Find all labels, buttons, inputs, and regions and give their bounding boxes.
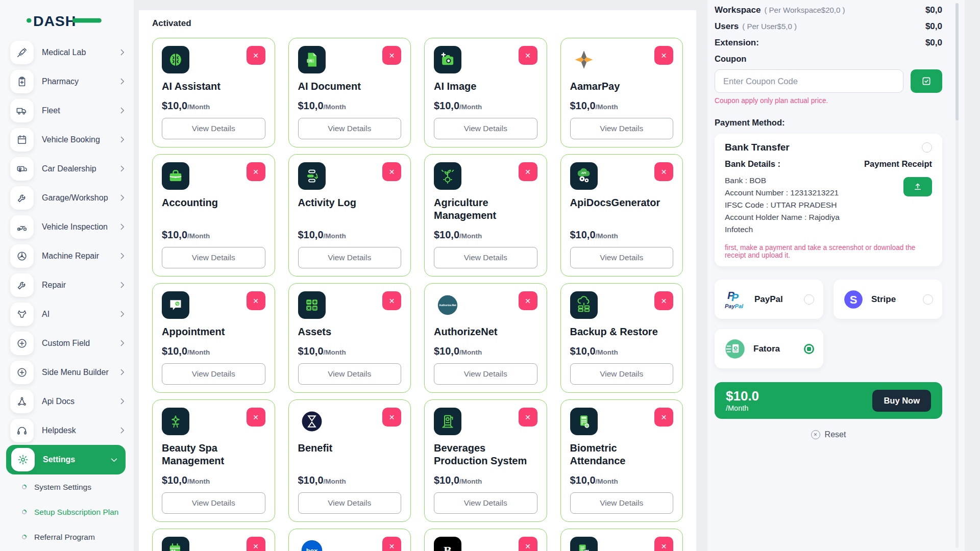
right-panel-scrollbar[interactable]	[955, 3, 959, 548]
payment-method-label: Fatora	[753, 344, 780, 354]
price-amount: $10,0	[434, 100, 459, 111]
payment-method-stripe[interactable]: SStripe	[834, 280, 942, 319]
addon-price: $10,0/Month	[298, 467, 402, 486]
svg-text:box: box	[306, 547, 317, 551]
price-amount: $10,0	[298, 229, 324, 240]
payment-method-paypal[interactable]: PPPayPalPayPal	[715, 280, 823, 319]
sidebar-subnav: System SettingsSetup Subscription PlanRe…	[0, 474, 134, 551]
sidebar-item-vehicle-booking[interactable]: Vehicle Booking	[0, 125, 134, 154]
addon-title: Beauty Spa Management	[162, 442, 265, 467]
sidebar-item-custom-field[interactable]: Custom Field	[0, 329, 134, 358]
sidebar-subitem-system-settings[interactable]: System Settings	[0, 474, 134, 499]
view-details-button[interactable]: View Details	[162, 363, 265, 385]
sidebar-item-fleet[interactable]: Fleet	[0, 96, 134, 125]
sidebar-item-ai[interactable]: AI	[0, 299, 134, 329]
remove-addon-button[interactable]: ✕	[519, 162, 537, 181]
price-amount: $10,0	[298, 345, 324, 357]
view-details-button[interactable]: View Details	[162, 247, 265, 268]
sidebar-item-side-menu-builder[interactable]: Side Menu Builder	[0, 358, 134, 387]
sidebar-item-helpdesk[interactable]: Helpdesk	[0, 416, 134, 445]
addon-title: Appointment	[162, 325, 265, 338]
addon-price: $10,0/Month	[434, 338, 537, 357]
payment-method-radio[interactable]	[923, 294, 933, 305]
remove-addon-button[interactable]: ✕	[654, 408, 673, 427]
addon-card-agriculture-management: ✕Agriculture Management$10,0/MonthView D…	[424, 154, 547, 277]
view-details-button[interactable]: View Details	[298, 363, 402, 385]
plus-circle-icon	[10, 332, 34, 355]
remove-addon-button[interactable]: ✕	[247, 46, 265, 65]
summary-label: Users	[715, 21, 739, 32]
bank-transfer-radio[interactable]	[922, 142, 932, 153]
payment-method-radio[interactable]	[804, 294, 814, 305]
sidebar-item-repair[interactable]: Repair	[0, 270, 134, 299]
remove-addon-button[interactable]: ✕	[382, 408, 401, 427]
addon-title: Benefit	[298, 442, 402, 455]
view-details-button[interactable]: View Details	[570, 118, 674, 139]
remove-addon-button[interactable]: ✕	[382, 46, 401, 65]
price-amount: $10,0	[570, 345, 596, 357]
payment-method-radio[interactable]	[804, 344, 814, 354]
view-details-button[interactable]: View Details	[162, 118, 265, 139]
coupon-row	[715, 69, 942, 93]
remove-addon-button[interactable]: ✕	[247, 162, 265, 181]
upload-receipt-button[interactable]	[903, 177, 932, 196]
view-details-button[interactable]: View Details	[570, 363, 674, 385]
view-details-button[interactable]: View Details	[162, 492, 265, 514]
sidebar-item-api-docs[interactable]: Api Docs	[0, 387, 134, 416]
view-details-button[interactable]: View Details	[570, 247, 674, 268]
sidebar-item-car-dealership[interactable]: Car Dealership	[0, 154, 134, 183]
view-details-button[interactable]: View Details	[434, 363, 537, 385]
remove-addon-button[interactable]: ✕	[247, 408, 265, 427]
coupon-input[interactable]	[715, 69, 903, 93]
progress-bullet-icon	[21, 509, 27, 515]
sidebar-item-label: Api Docs	[42, 397, 110, 406]
clipboard-plus-icon	[10, 70, 34, 93]
remove-addon-button[interactable]: ✕	[247, 291, 265, 310]
buy-now-button[interactable]: Buy Now	[872, 390, 931, 412]
remove-addon-button[interactable]: ✕	[382, 162, 401, 181]
bank-transfer-card: Bank Transfer Bank Details : Bank : BOBA…	[715, 134, 942, 266]
wrench-icon	[10, 273, 34, 297]
view-details-button[interactable]: View Details	[434, 247, 537, 268]
remove-addon-button[interactable]: ✕	[382, 537, 401, 551]
addon-price: $10,0/Month	[570, 338, 674, 357]
remove-addon-button[interactable]: ✕	[654, 537, 673, 551]
view-details-button[interactable]: View Details	[434, 118, 537, 139]
api-nodes-icon	[10, 390, 34, 413]
view-details-button[interactable]: View Details	[570, 492, 674, 514]
remove-addon-button[interactable]: ✕	[382, 291, 401, 310]
sidebar-item-pharmacy[interactable]: Pharmacy	[0, 67, 134, 96]
view-details-button[interactable]: View Details	[298, 492, 402, 514]
sidebar-item-label: Vehicle Inspection	[42, 222, 110, 232]
view-details-button[interactable]: View Details	[434, 492, 537, 514]
sidebar-item-label: Custom Field	[42, 339, 110, 348]
sidebar-item-settings[interactable]: Settings	[6, 445, 126, 474]
remove-addon-button[interactable]: ✕	[654, 162, 673, 181]
letter-b-icon: B	[434, 537, 461, 551]
apply-coupon-button[interactable]	[911, 69, 942, 93]
payment-method-fatora[interactable]: $Fatora	[715, 329, 823, 368]
calendar-clock-icon	[162, 537, 189, 551]
remove-addon-button[interactable]: ✕	[519, 408, 537, 427]
sidebar-item-garage-workshop[interactable]: Garage/Workshop	[0, 183, 134, 212]
price-period: /Month	[324, 478, 346, 485]
sidebar-item-medical-lab[interactable]: Medical Lab	[0, 38, 134, 67]
remove-addon-button[interactable]: ✕	[654, 291, 673, 310]
remove-addon-button[interactable]: ✕	[519, 46, 537, 65]
summary-row-extension: Extension:$0,0	[715, 38, 942, 48]
sidebar-item-machine-repair[interactable]: Machine Repair	[0, 241, 134, 270]
remove-addon-button[interactable]: ✕	[519, 537, 537, 551]
price-period: /Month	[596, 348, 618, 356]
chevron-right-icon	[118, 48, 127, 57]
sidebar-subitem-referral-program[interactable]: Referral Program	[0, 524, 134, 549]
svg-text:API: API	[581, 171, 586, 174]
view-details-button[interactable]: View Details	[298, 247, 402, 268]
view-details-button[interactable]: View Details	[298, 118, 402, 139]
remove-addon-button[interactable]: ✕	[519, 291, 537, 310]
reset-button[interactable]: ✕ Reset	[715, 430, 942, 439]
price-amount: $10,0	[162, 100, 187, 111]
remove-addon-button[interactable]: ✕	[247, 537, 265, 551]
remove-addon-button[interactable]: ✕	[654, 46, 673, 65]
sidebar-item-vehicle-inspection[interactable]: Vehicle Inspection	[0, 212, 134, 241]
sidebar-subitem-setup-subscription-plan[interactable]: Setup Subscription Plan	[0, 499, 134, 524]
